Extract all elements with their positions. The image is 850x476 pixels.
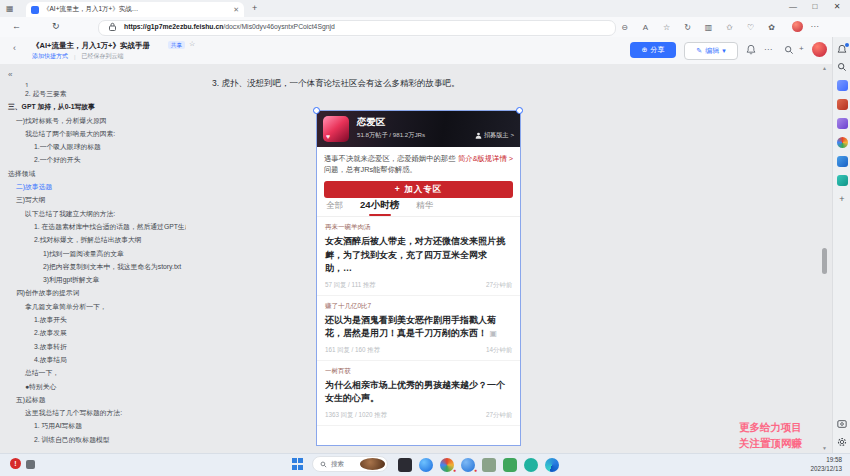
sidebar-app-icon[interactable] xyxy=(837,137,848,148)
outline-item[interactable]: 1. 在选题素材库中找合适的话题，然后通过GPT生成大 xyxy=(0,220,186,233)
sidebar-app-icon[interactable] xyxy=(837,99,848,110)
outline-item[interactable]: 一)找对标账号，分析爆火原因 xyxy=(0,114,186,127)
start-button[interactable] xyxy=(292,458,304,470)
taskbar-search[interactable]: 搜索 xyxy=(312,456,388,472)
tray-alert-icon[interactable]: ! xyxy=(10,458,21,469)
post-item[interactable]: 一树百获 为什么相亲市场上优秀的男孩越来越少？一个女生的心声。 1363 回复 … xyxy=(317,361,520,426)
window-maximize-button[interactable]: □ xyxy=(806,2,824,11)
navbar-tool-icon[interactable]: A xyxy=(639,23,652,32)
outline-item[interactable]: 2.故事发展 xyxy=(0,326,186,339)
header-plus-icon[interactable]: + xyxy=(799,44,804,53)
navbar-tool-icon[interactable]: ↻ xyxy=(681,23,694,32)
tab-close-icon[interactable]: ✕ xyxy=(233,6,239,14)
window-close-button[interactable]: ✕ xyxy=(828,2,846,11)
doc-back-chevron[interactable]: ‹ xyxy=(13,43,16,53)
notification-bell-icon[interactable] xyxy=(746,44,756,55)
browser-menu-icon[interactable]: ⋯ xyxy=(808,22,821,31)
post-topic-tag[interactable]: 一树百获 xyxy=(325,367,512,376)
doc-scrollbar[interactable]: ▲ ▼ xyxy=(821,64,829,453)
sidebar-bell-icon[interactable] xyxy=(837,44,847,55)
post-tab[interactable]: 全部 xyxy=(326,200,343,216)
navbar-tool-icon[interactable]: ⊖ xyxy=(618,23,631,32)
taskbar-app-icon[interactable] xyxy=(524,458,538,472)
taskbar-app-icon[interactable] xyxy=(545,458,559,472)
outline-item[interactable]: 1)找到一篇阅读量高的文章 xyxy=(0,247,186,260)
navbar-tool-icon[interactable]: ☆ xyxy=(660,23,673,32)
outline-item[interactable]: 选择领域 xyxy=(0,167,186,180)
outline-item[interactable]: 以下总结了我建立大纲的方法: xyxy=(0,207,186,220)
selection-handle[interactable] xyxy=(516,107,523,114)
outline-item[interactable]: 总结一下， xyxy=(0,366,186,379)
collapse-outline-icon[interactable]: « xyxy=(8,70,12,79)
recruit-moderator-link[interactable]: 招募版主 > xyxy=(475,131,514,140)
taskbar-app-icon[interactable] xyxy=(419,458,433,472)
scroll-down-icon[interactable]: ▼ xyxy=(822,445,827,451)
scrollbar-thumb[interactable] xyxy=(822,248,827,274)
rules-detail-link[interactable]: 简介&版规详情 > xyxy=(458,153,513,164)
url-text[interactable]: https://g1p7me2ezbu.feishu.cn/docx/Mis0d… xyxy=(124,23,335,30)
sidebar-app-icon[interactable] xyxy=(837,80,848,91)
outline-item[interactable]: 拿几篇文章简单分析一下， xyxy=(0,300,186,313)
outline-item[interactable]: 2)把内容复制到文本中，我这里命名为story.txt xyxy=(0,260,186,273)
add-shortcut-link[interactable]: 添加快捷方式 xyxy=(32,52,68,61)
header-more-icon[interactable]: ⋯ xyxy=(764,45,772,54)
window-minimize-button[interactable]: — xyxy=(784,2,802,11)
sidebar-app-icon[interactable] xyxy=(837,118,848,129)
outline-item[interactable]: 三、GPT 加持，从0-1写故事 xyxy=(0,100,186,113)
outline-item[interactable]: 3)利用gpt拆解文章 xyxy=(0,273,186,286)
sidebar-search-icon[interactable] xyxy=(837,62,847,72)
post-item[interactable]: 赚了十几亿0比7 还以为是酒鬼看到美女恶作剧用手指戳人菊花，居然是用刀！真是千刀… xyxy=(317,296,520,361)
taskbar-app-icon[interactable]: ● xyxy=(440,458,454,472)
outline-item[interactable]: 五)起标题 xyxy=(0,393,186,406)
doc-paragraph[interactable]: 3. 虎扑、没想到吧，一个体育论坛社区会有这么多精彩的故事吧。 xyxy=(212,78,772,90)
back-button[interactable]: ← xyxy=(12,21,21,31)
share-button[interactable]: ⊕ 分享 xyxy=(630,42,676,58)
taskbar-app-icon[interactable]: ● xyxy=(461,458,475,472)
outline-item[interactable]: 2.找对标爆文，拆解总结出故事大纲 xyxy=(0,233,186,246)
post-tab[interactable]: 精华 xyxy=(416,200,433,216)
post-item[interactable]: 再来一碗羊肉汤 女友酒醉后被人带走，对方还微信发来照片挑衅，为了找到女友，充了四… xyxy=(317,217,520,296)
sidebar-app-icon[interactable] xyxy=(837,175,848,186)
outline-item[interactable]: 1. … xyxy=(0,80,186,87)
tab-actions-icon[interactable]: ▦ xyxy=(6,4,14,13)
navbar-tool-icon[interactable]: ▥ xyxy=(702,23,715,32)
search-icon[interactable] xyxy=(784,45,794,55)
outline-item[interactable]: 我总结了两个影响最大的因素: xyxy=(0,127,186,140)
screenshot-tool-icon[interactable] xyxy=(837,419,847,429)
browser-tab[interactable]: 《AI+流量主，月入1万+》实战… ✕ xyxy=(26,2,244,17)
doc-star-icon[interactable]: ☆ xyxy=(189,40,195,48)
embedded-screenshot[interactable]: ♥ 恋爱区 51.8万帖子 / 981.2万JRs 招募版主 > 简介&版规详情… xyxy=(316,110,521,446)
sidebar-app-icon[interactable] xyxy=(837,156,848,167)
join-community-button[interactable]: + 加入专区 xyxy=(324,181,513,198)
taskbar-app-icon[interactable] xyxy=(398,458,412,472)
outline-item[interactable]: 2. 训练自己的取标题模型 xyxy=(0,433,186,446)
outline-item[interactable]: 2.一个好的开头 xyxy=(0,153,186,166)
new-tab-button[interactable]: + xyxy=(252,3,257,13)
browser-profile-avatar[interactable] xyxy=(792,21,803,32)
settings-gear-icon[interactable] xyxy=(837,437,847,447)
post-tab[interactable]: 24小时榜 xyxy=(360,199,399,216)
taskbar-app-icon[interactable] xyxy=(503,458,517,472)
outline-item[interactable]: 1.故事开头 xyxy=(0,313,186,326)
outline-item[interactable]: 1.一个吸人眼球的标题 xyxy=(0,140,186,153)
navbar-tool-icon[interactable]: ♡ xyxy=(744,23,757,32)
taskbar-clock[interactable]: 19:58 2023/12/13 xyxy=(810,456,842,473)
outline-item[interactable]: 2. 起号三要素 xyxy=(0,87,186,100)
navbar-tool-icon[interactable]: ✿ xyxy=(765,23,778,32)
outline-item[interactable]: 三)写大纲 xyxy=(0,193,186,206)
post-topic-tag[interactable]: 赚了十几亿0比7 xyxy=(325,302,512,311)
post-topic-tag[interactable]: 再来一碗羊肉汤 xyxy=(325,223,512,232)
outline-item[interactable]: 1. 巧用AI写标题 xyxy=(0,419,186,432)
refresh-button[interactable]: ↻ xyxy=(52,21,60,31)
outline-item[interactable]: 这里我总结了几个写标题的方法: xyxy=(0,406,186,419)
search-highlight-image[interactable] xyxy=(360,458,385,470)
taskbar-app-icon[interactable] xyxy=(482,458,496,472)
outline-item[interactable]: 4.故事结局 xyxy=(0,353,186,366)
outline-item[interactable]: 二)故事选题 xyxy=(0,180,186,193)
tray-app-icon[interactable] xyxy=(26,460,35,469)
selection-handle[interactable] xyxy=(313,107,320,114)
user-avatar[interactable] xyxy=(812,42,827,57)
edit-dropdown-button[interactable]: ✎ 编辑 ▾ xyxy=(684,42,738,60)
outline-item[interactable]: ●特别关心 xyxy=(0,380,186,393)
scroll-up-icon[interactable]: ▲ xyxy=(822,65,827,71)
